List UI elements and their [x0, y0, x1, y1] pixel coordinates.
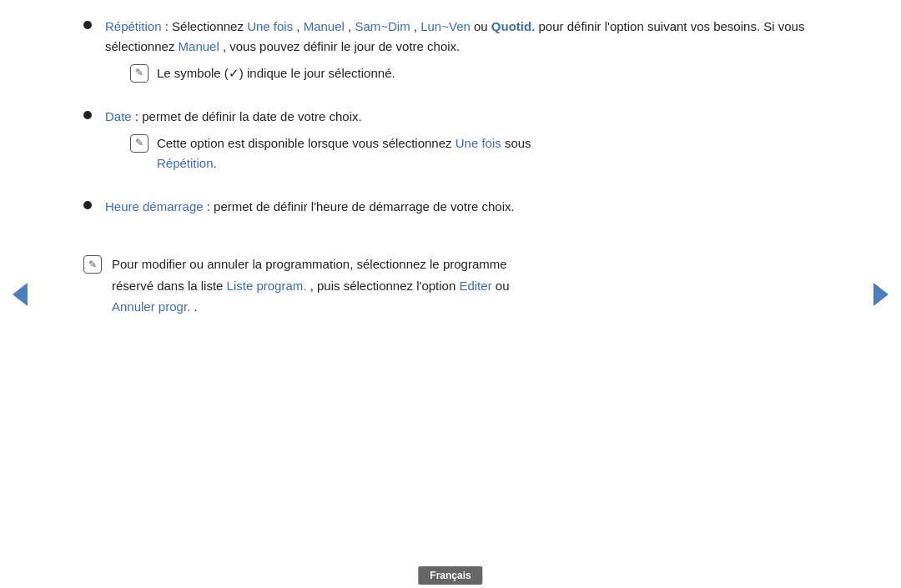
text-ou: ou — [474, 19, 491, 33]
text-colon: : Sélectionnez — [165, 19, 247, 33]
note-text-date: Cette option est disponible lorsque vous… — [157, 133, 531, 173]
bottom-note-link2: Editer — [459, 279, 491, 293]
main-content: Répétition : Sélectionnez Une fois , Man… — [50, 0, 851, 555]
bullet-item-date: Date : permet de définir la date de votr… — [83, 107, 818, 180]
text-end: , vous pouvez définir le jour de votre c… — [223, 39, 460, 53]
bullet-text-date: Date : permet de définir la date de votr… — [105, 107, 818, 180]
bottom-note-link1: Liste program. — [227, 279, 307, 293]
option-manuel2: Manuel — [179, 39, 219, 53]
note-une-fois: Une fois — [456, 136, 501, 150]
bullet-text-repetition: Répétition : Sélectionnez Une fois , Man… — [105, 17, 818, 90]
option-lun-ven: Lun~Ven — [420, 19, 471, 33]
label-repetition: Répétition — [105, 19, 162, 33]
bottom-note-text2: , puis sélectionnez l'option — [310, 279, 460, 293]
bottom-note-text4: . — [194, 299, 197, 314]
option-quotid: Quotid. — [491, 19, 536, 33]
note-text-repetition: Le symbole (✓) indique le jour sélection… — [157, 63, 395, 83]
nav-arrow-right[interactable] — [873, 283, 888, 306]
bottom-note-link3: Annuler progr. — [112, 299, 190, 314]
note-icon-repetition — [130, 64, 148, 83]
note-block-repetition: Le symbole (✓) indique le jour sélection… — [130, 63, 818, 83]
language-bar: Français — [418, 567, 482, 581]
bullet-dot-date — [83, 111, 92, 119]
text-heure: : permet de définir l'heure de démarrage… — [207, 199, 515, 214]
note-block-date: Cette option est disponible lorsque vous… — [130, 133, 818, 173]
bottom-note-icon — [83, 255, 102, 274]
bottom-note-text3: ou — [496, 279, 510, 293]
bottom-note-text: Pour modifier ou annuler la programmatio… — [112, 254, 509, 318]
text-comma3: , — [414, 19, 420, 33]
text-comma1: , — [296, 19, 303, 33]
bullet-dot — [83, 21, 92, 29]
language-label[interactable]: Français — [418, 566, 482, 585]
bullet-dot-heure — [83, 201, 92, 209]
text-date: : permet de définir la date de votre cho… — [135, 109, 362, 123]
note-repetition: Répétition — [157, 156, 214, 170]
bullet-item-heure: Heure démarrage : permet de définir l'he… — [83, 197, 818, 217]
bullet-list: Répétition : Sélectionnez Une fois , Man… — [83, 17, 818, 234]
nav-arrow-left[interactable] — [13, 283, 28, 306]
option-manuel: Manuel — [304, 19, 345, 33]
option-sam-dim: Sam~Dim — [355, 19, 410, 33]
option-une-fois: Une fois — [247, 19, 293, 33]
bullet-text-heure: Heure démarrage : permet de définir l'he… — [105, 197, 818, 217]
bottom-note: Pour modifier ou annuler la programmatio… — [83, 254, 818, 318]
bullet-item-repetition: Répétition : Sélectionnez Une fois , Man… — [83, 17, 818, 90]
label-heure: Heure démarrage — [105, 199, 204, 214]
note-icon-date — [130, 134, 148, 153]
label-date: Date — [105, 109, 132, 123]
